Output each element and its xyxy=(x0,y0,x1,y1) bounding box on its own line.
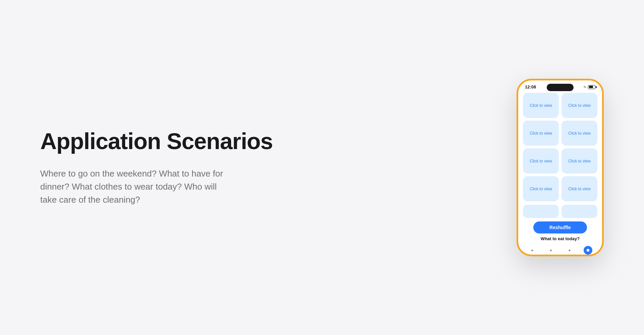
active-nav-dot xyxy=(587,249,589,252)
nav-home[interactable]: ● xyxy=(528,246,537,255)
nav-message[interactable]: ● xyxy=(565,246,574,255)
card-1[interactable]: Click to view xyxy=(523,93,559,118)
nav-dollar[interactable]: ● xyxy=(546,246,555,255)
card-8-label: Click to view xyxy=(568,187,591,191)
battery-fill xyxy=(589,86,593,88)
cards-grid: Click to view Click to view Click to vie… xyxy=(518,91,602,205)
card-5[interactable]: Click to view xyxy=(523,148,559,174)
dynamic-island xyxy=(547,84,574,91)
card-4-label: Click to view xyxy=(568,131,591,136)
status-time: 12:08 xyxy=(525,84,536,89)
card-6-label: Click to view xyxy=(568,159,591,163)
reshuffle-area: Reshuffle What to eat today? xyxy=(518,218,602,243)
card-2[interactable]: Click to view xyxy=(561,93,597,118)
card-7-label: Click to view xyxy=(530,187,552,191)
partial-card-right xyxy=(561,205,597,218)
left-section: Application Scenarios Where to go on the… xyxy=(40,129,275,206)
page-title: Application Scenarios xyxy=(40,129,275,154)
reshuffle-button[interactable]: Reshuffle xyxy=(533,221,587,233)
card-5-label: Click to view xyxy=(530,159,552,163)
dollar-icon: ● xyxy=(550,248,552,253)
card-4[interactable]: Click to view xyxy=(561,121,597,146)
page-description: Where to go on the weekend? What to have… xyxy=(40,167,228,206)
partial-card-left xyxy=(523,205,559,218)
partial-cards-row xyxy=(518,205,602,218)
nav-active[interactable] xyxy=(584,246,592,255)
status-icons: ∿ xyxy=(583,85,595,89)
card-3[interactable]: Click to view xyxy=(523,121,559,146)
card-1-label: Click to view xyxy=(530,103,552,108)
card-2-label: Click to view xyxy=(568,103,591,108)
bottom-nav: ● ● ● xyxy=(518,243,602,256)
phone-mockup-section: 12:08 ∿ Click to view Click to view Clic… xyxy=(517,79,604,256)
bottom-label: What to eat today? xyxy=(541,236,580,241)
status-bar: 12:08 ∿ xyxy=(518,80,602,91)
card-6[interactable]: Click to view xyxy=(561,148,597,174)
home-icon: ● xyxy=(531,248,533,253)
card-7[interactable]: Click to view xyxy=(523,176,559,201)
battery-icon xyxy=(588,85,595,89)
message-icon: ● xyxy=(568,248,571,253)
card-3-label: Click to view xyxy=(530,131,552,136)
wifi-icon: ∿ xyxy=(583,85,586,89)
card-8[interactable]: Click to view xyxy=(561,176,597,201)
phone-frame: 12:08 ∿ Click to view Click to view Clic… xyxy=(517,79,604,256)
